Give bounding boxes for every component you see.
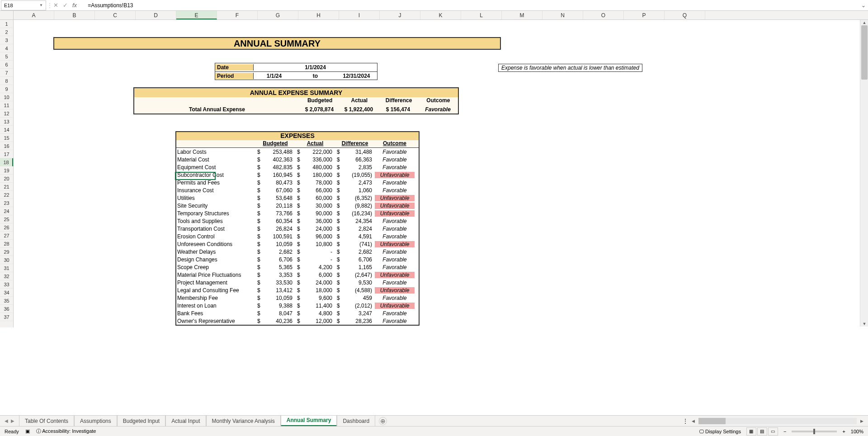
row-header-3[interactable]: 3: [0, 36, 13, 44]
zoom-in-icon[interactable]: +: [842, 429, 845, 434]
row-header-28[interactable]: 28: [0, 240, 13, 248]
row-header-2[interactable]: 2: [0, 28, 13, 36]
row-header-27[interactable]: 27: [0, 232, 13, 240]
display-settings[interactable]: 🖵 Display Settings: [699, 429, 741, 434]
view-page-break-icon[interactable]: ▭: [768, 427, 778, 436]
row-header-32[interactable]: 32: [0, 272, 13, 280]
row-header-18[interactable]: 18: [0, 158, 13, 166]
zoom-knob[interactable]: [813, 429, 815, 434]
hscroll-thumb[interactable]: [698, 418, 726, 424]
row-header-19[interactable]: 19: [0, 166, 13, 175]
row-header-15[interactable]: 15: [0, 134, 13, 142]
hscroll-left-icon[interactable]: ◀: [692, 419, 695, 423]
view-page-layout-icon[interactable]: ▤: [757, 427, 767, 436]
tab-dashboard[interactable]: Dashboard: [337, 416, 375, 427]
scroll-up-icon[interactable]: ▲: [860, 20, 868, 25]
row-header-9[interactable]: 9: [0, 85, 13, 93]
fx-icon[interactable]: fx: [72, 2, 77, 9]
row-header-6[interactable]: 6: [0, 61, 13, 69]
row-header-17[interactable]: 17: [0, 150, 13, 158]
row-header-37[interactable]: 37: [0, 313, 13, 321]
period-to-word: to: [295, 73, 336, 79]
zoom-out-icon[interactable]: −: [783, 429, 786, 434]
column-header-M[interactable]: M: [502, 11, 542, 19]
row-header-8[interactable]: 8: [0, 77, 13, 85]
tab-annual-summary[interactable]: Annual Summary: [281, 416, 337, 427]
expand-formula-icon[interactable]: ⌄: [859, 2, 868, 9]
row-header-7[interactable]: 7: [0, 69, 13, 77]
row-header-4[interactable]: 4: [0, 44, 13, 52]
row-header-5[interactable]: 5: [0, 52, 13, 61]
column-header-O[interactable]: O: [583, 11, 624, 19]
row-header-13[interactable]: 13: [0, 118, 13, 126]
tab-actual-input[interactable]: Actual Input: [165, 416, 206, 427]
accessibility-status[interactable]: ⓘ Accessibility: Investigate: [36, 428, 96, 435]
column-header-D[interactable]: D: [136, 11, 176, 19]
zoom-slider[interactable]: [792, 431, 837, 432]
hscroll-track[interactable]: [698, 418, 857, 424]
column-header-K[interactable]: K: [420, 11, 461, 19]
row-header-11[interactable]: 11: [0, 101, 13, 109]
column-header-N[interactable]: N: [542, 11, 583, 19]
table-row: Membership Fee$10,059$9,600$459Favorable: [176, 294, 419, 302]
column-header-A[interactable]: A: [14, 11, 54, 19]
row-header-34[interactable]: 34: [0, 289, 13, 297]
exp-outcome: Favorable: [375, 295, 415, 301]
tab-assumptions[interactable]: Assumptions: [74, 416, 117, 427]
row-header-36[interactable]: 36: [0, 305, 13, 313]
column-header-Q[interactable]: Q: [665, 11, 705, 19]
column-header-P[interactable]: P: [624, 11, 665, 19]
column-header-J[interactable]: J: [380, 11, 420, 19]
scroll-down-icon[interactable]: ▼: [860, 321, 868, 327]
column-header-C[interactable]: C: [95, 11, 136, 19]
row-header-16[interactable]: 16: [0, 142, 13, 150]
column-header-E[interactable]: E: [176, 11, 217, 19]
column-header-B[interactable]: B: [54, 11, 95, 19]
column-header-G[interactable]: G: [258, 11, 298, 19]
column-header-F[interactable]: F: [217, 11, 258, 19]
tab-table-of-contents[interactable]: Table Of Contents: [19, 416, 74, 427]
exp-outcome: Favorable: [375, 280, 415, 286]
row-header-35[interactable]: 35: [0, 297, 13, 305]
exp-cell: $(6,352): [335, 195, 375, 201]
row-header-26[interactable]: 26: [0, 223, 13, 232]
scroll-thumb[interactable]: [861, 25, 868, 80]
add-sheet-icon[interactable]: ⊕: [379, 417, 387, 425]
vertical-scrollbar[interactable]: ▲ ▼: [860, 20, 868, 327]
hscroll-right-icon[interactable]: ▶: [860, 419, 863, 423]
row-header-12[interactable]: 12: [0, 109, 13, 118]
tab-next-icon[interactable]: ▶: [11, 418, 14, 423]
row-header-14[interactable]: 14: [0, 126, 13, 134]
row-header-21[interactable]: 21: [0, 183, 13, 191]
select-all-corner[interactable]: [0, 11, 14, 19]
row-header-1[interactable]: 1: [0, 20, 13, 28]
exp-cell: $24,000: [295, 226, 335, 232]
horizontal-scrollbar[interactable]: ⋮ ◀ ▶: [387, 418, 868, 424]
row-header-22[interactable]: 22: [0, 191, 13, 199]
row-header-31[interactable]: 31: [0, 264, 13, 272]
formula-input[interactable]: [85, 0, 859, 10]
tab-prev-icon[interactable]: ◀: [5, 418, 8, 423]
accept-icon[interactable]: ✓: [63, 2, 68, 9]
row-header-33[interactable]: 33: [0, 280, 13, 289]
exp-label: Labor Costs: [176, 149, 255, 155]
macro-record-icon[interactable]: ▣: [25, 428, 30, 434]
chevron-down-icon[interactable]: ▼: [39, 3, 43, 7]
column-header-L[interactable]: L: [461, 11, 502, 19]
cancel-icon[interactable]: ✕: [53, 2, 58, 9]
row-header-30[interactable]: 30: [0, 256, 13, 264]
column-header-H[interactable]: H: [298, 11, 339, 19]
tab-budgeted-input[interactable]: Budgeted Input: [117, 416, 165, 427]
row-header-10[interactable]: 10: [0, 93, 13, 101]
tab-monthly-variance-analysis[interactable]: Monthly Variance Analysis: [206, 416, 281, 427]
row-header-29[interactable]: 29: [0, 248, 13, 256]
row-header-24[interactable]: 24: [0, 207, 13, 215]
zoom-level[interactable]: 100%: [851, 429, 863, 434]
row-header-23[interactable]: 23: [0, 199, 13, 207]
view-normal-icon[interactable]: ▦: [746, 427, 756, 436]
row-header-25[interactable]: 25: [0, 215, 13, 223]
name-box[interactable]: E18 ▼: [1, 0, 46, 10]
column-header-I[interactable]: I: [339, 11, 380, 19]
row-header-20[interactable]: 20: [0, 175, 13, 183]
sheet-area[interactable]: ANNUAL SUMMARY Date 1/1/2024 Period 1/1/…: [14, 20, 868, 327]
